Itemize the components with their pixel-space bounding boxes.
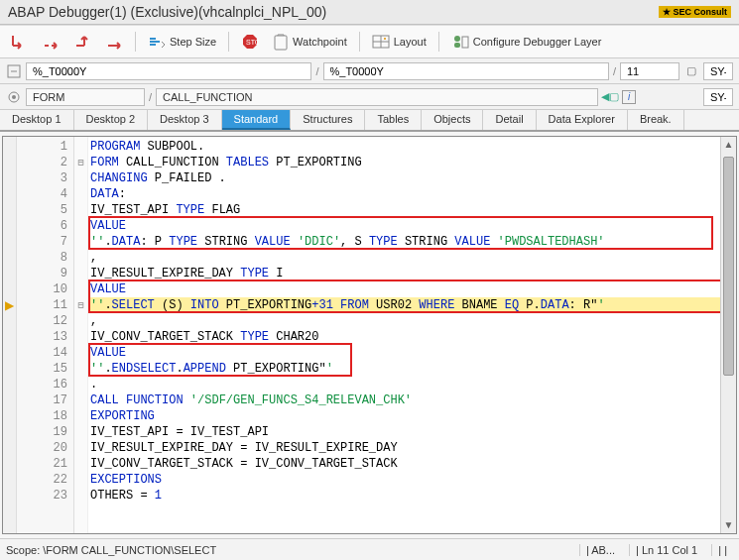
scroll-up-icon[interactable]: ▲ bbox=[721, 137, 736, 153]
code-area[interactable]: PROGRAM SUBPOOL.FORM CALL_FUNCTION TABLE… bbox=[88, 137, 720, 533]
fold-toggle bbox=[74, 139, 87, 155]
fold-gutter[interactable]: ⊟⊟ bbox=[74, 137, 88, 533]
tab-standard[interactable]: Standard bbox=[222, 110, 292, 130]
code-line[interactable]: ''.SELECT (S) INTO PT_EXPORTING+31 FROM … bbox=[88, 297, 720, 313]
status-mode: | AB... bbox=[579, 544, 621, 556]
step-out-icon[interactable] bbox=[69, 31, 95, 53]
sy-field-1[interactable] bbox=[703, 62, 733, 80]
configure-debugger-button[interactable]: Configure Debugger Layer bbox=[447, 32, 606, 52]
scroll-thumb[interactable] bbox=[723, 157, 734, 376]
watchpoint-label: Watchpoint bbox=[293, 36, 347, 48]
code-line[interactable]: CALL FUNCTION '/SDF/GEN_FUNCS_S4_RELEVAN… bbox=[88, 392, 720, 408]
line-number: 1 bbox=[17, 139, 73, 155]
fold-toggle bbox=[74, 408, 87, 424]
tab-data-explorer[interactable]: Data Explorer bbox=[537, 110, 628, 130]
status-position: | Ln 11 Col 1 bbox=[629, 544, 703, 556]
step-into-icon[interactable] bbox=[6, 31, 32, 53]
tab-objects[interactable]: Objects bbox=[422, 110, 483, 130]
fold-toggle[interactable]: ⊟ bbox=[74, 155, 87, 170]
svg-rect-9 bbox=[462, 37, 468, 48]
nav-back-icon[interactable]: ◀▢ bbox=[602, 89, 618, 105]
code-editor: ▶ 1234567891011121314151617181920212223 … bbox=[2, 136, 737, 534]
code-line[interactable]: ''.ENDSELECT.APPEND PT_EXPORTING"' bbox=[88, 361, 720, 377]
nav-separator: / bbox=[149, 91, 152, 103]
breakpoint-gutter[interactable]: ▶ bbox=[3, 137, 17, 533]
code-line[interactable]: , bbox=[88, 313, 720, 329]
step-over-icon[interactable] bbox=[38, 31, 63, 53]
watchpoint-button[interactable]: Watchpoint bbox=[269, 31, 351, 53]
title-bar: ABAP Debugger(1) (Exclusive)(vhcalnplci_… bbox=[0, 0, 739, 25]
continue-icon[interactable] bbox=[101, 31, 127, 53]
code-line[interactable]: IV_TEST_API TYPE FLAG bbox=[88, 202, 720, 218]
tab-desktop-2[interactable]: Desktop 2 bbox=[74, 110, 149, 130]
code-line[interactable]: IV_CONV_TARGET_STACK TYPE CHAR20 bbox=[88, 329, 720, 345]
line-number: 13 bbox=[17, 329, 73, 345]
code-line[interactable]: . bbox=[88, 377, 720, 392]
code-line[interactable]: PROGRAM SUBPOOL. bbox=[88, 139, 720, 155]
program-field-a[interactable] bbox=[26, 62, 311, 80]
step-size-button[interactable]: Step Size bbox=[144, 33, 220, 51]
sy-field-2[interactable] bbox=[703, 88, 733, 106]
svg-text:STOP: STOP bbox=[246, 39, 259, 46]
line-number: 20 bbox=[17, 440, 73, 456]
line-number: 4 bbox=[17, 186, 73, 202]
code-line[interactable]: ''.DATA: P TYPE STRING VALUE 'DDIC', S T… bbox=[88, 234, 720, 250]
fold-toggle bbox=[74, 488, 87, 504]
line-number: 14 bbox=[17, 345, 73, 361]
fold-toggle bbox=[74, 472, 87, 488]
svg-point-12 bbox=[12, 95, 16, 99]
code-line[interactable]: OTHERS = 1 bbox=[88, 488, 720, 504]
code-line[interactable]: CHANGING P_FAILED . bbox=[88, 170, 720, 186]
line-number: 11 bbox=[17, 297, 73, 313]
tab-structures[interactable]: Structures bbox=[291, 110, 365, 130]
vertical-scrollbar[interactable]: ▲ ▼ bbox=[720, 137, 736, 533]
fold-toggle bbox=[74, 329, 87, 345]
line-number: 15 bbox=[17, 361, 73, 377]
code-line[interactable]: VALUE bbox=[88, 281, 720, 297]
code-line[interactable]: VALUE bbox=[88, 345, 720, 361]
tab-desktop-3[interactable]: Desktop 3 bbox=[148, 110, 222, 130]
code-line[interactable]: IV_RESULT_EXPIRE_DAY TYPE I bbox=[88, 266, 720, 281]
stop-button[interactable]: STOP bbox=[237, 31, 263, 53]
form-name-field bbox=[156, 88, 598, 106]
code-line[interactable]: , bbox=[88, 250, 720, 266]
info-icon[interactable]: i bbox=[622, 90, 636, 104]
fold-toggle bbox=[74, 456, 87, 472]
window-title: ABAP Debugger(1) (Exclusive)(vhcalnplci_… bbox=[8, 4, 326, 20]
code-line[interactable]: EXCEPTIONS bbox=[88, 472, 720, 488]
line-number: 7 bbox=[17, 234, 73, 250]
main-toolbar: Step Size STOP Watchpoint Layout Configu… bbox=[0, 25, 739, 58]
layout-button[interactable]: Layout bbox=[368, 33, 431, 51]
scroll-track[interactable] bbox=[721, 153, 736, 517]
code-line[interactable]: EXPORTING bbox=[88, 408, 720, 424]
scroll-down-icon[interactable]: ▼ bbox=[721, 517, 736, 533]
code-line[interactable]: FORM CALL_FUNCTION TABLES PT_EXPORTING bbox=[88, 155, 720, 170]
tab-detail[interactable]: Detail bbox=[483, 110, 536, 130]
code-line[interactable]: IV_CONV_TARGET_STACK = IV_CONV_TARGET_ST… bbox=[88, 456, 720, 472]
code-line[interactable]: IV_RESULT_EXPIRE_DAY = IV_RESULT_EXPIRE_… bbox=[88, 440, 720, 456]
form-type-field bbox=[26, 88, 145, 106]
program-field-b[interactable] bbox=[323, 62, 609, 80]
fold-toggle[interactable]: ⊟ bbox=[74, 297, 87, 313]
fold-toggle bbox=[74, 377, 87, 392]
goto-icon[interactable]: ▢ bbox=[683, 63, 699, 79]
code-line[interactable]: IV_TEST_API = IV_TEST_API bbox=[88, 424, 720, 440]
tab-break-[interactable]: Break. bbox=[628, 110, 684, 130]
tab-tables[interactable]: Tables bbox=[365, 110, 422, 130]
code-line[interactable]: VALUE bbox=[88, 218, 720, 234]
line-number: 8 bbox=[17, 250, 73, 266]
layout-label: Layout bbox=[394, 36, 427, 48]
toggle-source-icon[interactable] bbox=[6, 63, 22, 79]
line-number: 12 bbox=[17, 313, 73, 329]
line-field[interactable] bbox=[620, 62, 679, 80]
fold-toggle bbox=[74, 392, 87, 408]
fold-toggle bbox=[74, 266, 87, 281]
settings-icon[interactable] bbox=[6, 89, 22, 105]
fold-toggle bbox=[74, 202, 87, 218]
svg-point-6 bbox=[384, 38, 386, 40]
code-line[interactable]: DATA: bbox=[88, 186, 720, 202]
status-bar: Scope: \FORM CALL_FUNCTION\SELECT | AB..… bbox=[0, 538, 739, 560]
svg-point-7 bbox=[454, 36, 460, 42]
fold-toggle bbox=[74, 234, 87, 250]
tab-desktop-1[interactable]: Desktop 1 bbox=[0, 110, 74, 130]
